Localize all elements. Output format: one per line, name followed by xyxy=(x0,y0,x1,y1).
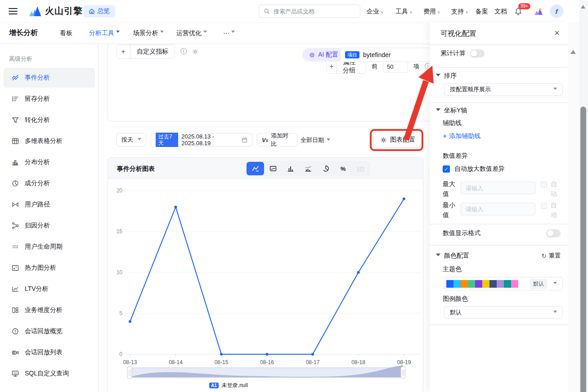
replay-overview-icon xyxy=(12,328,19,335)
theme-color-label: 主题色 xyxy=(443,265,462,273)
top-n-input[interactable] xyxy=(383,60,408,73)
project-tag: 项目 xyxy=(345,51,359,58)
area-chart-type-button[interactable] xyxy=(264,162,282,175)
menu-support[interactable]: 支持∨ xyxy=(451,8,468,16)
scrollbar-up-arrow-icon[interactable] xyxy=(581,3,585,9)
chart-legend[interactable]: A1 未登录,null xyxy=(209,382,248,389)
sidebar-item-distribution[interactable]: 分布分析 xyxy=(4,152,95,172)
sidebar-item-user-path[interactable]: 用户路径 xyxy=(4,195,95,214)
sidebar-item-event-analysis[interactable]: 事件分析 xyxy=(4,68,95,88)
tab-operation[interactable]: 运营优化 xyxy=(176,29,207,37)
scroll-up-triangle-icon[interactable] xyxy=(570,47,576,54)
chevron-down-icon xyxy=(160,31,164,35)
search-input[interactable] xyxy=(273,8,355,15)
reset-colors-button[interactable]: ↻ 重置 xyxy=(541,252,561,260)
svg-text:08-18: 08-18 xyxy=(351,359,365,365)
series-label: 未登录,null xyxy=(222,382,248,389)
menu-docs[interactable]: 文档 xyxy=(494,8,507,16)
yaxis-section-header[interactable]: 坐标Y轴 xyxy=(436,107,467,115)
line-chart-type-button[interactable] xyxy=(247,162,264,175)
max-auto-checkbox[interactable] xyxy=(541,182,547,188)
add-custom-metric-button[interactable]: + 自定义指标 xyxy=(116,45,175,59)
overview-button[interactable]: 总览 xyxy=(83,5,115,18)
bar-line-chart-type-button[interactable] xyxy=(299,162,317,175)
sidebar-item-pivot-table[interactable]: 多维表格分析 xyxy=(4,131,95,151)
all-dates-dropdown[interactable]: 全部日期 xyxy=(301,136,330,144)
pie-chart-type-button[interactable] xyxy=(317,162,334,175)
sidebar-item-sql-query[interactable]: SQL SQL自定义查询 xyxy=(4,364,95,383)
panel-header: 可视化配置 × xyxy=(430,22,568,45)
tab-dashboard[interactable]: 看板 xyxy=(60,29,72,37)
global-search[interactable] xyxy=(259,4,360,18)
scrollbar-thumb[interactable] xyxy=(580,107,586,392)
menu-tools[interactable]: 工具∨ xyxy=(395,8,413,16)
tab-analysis-tools[interactable]: 分析工具 xyxy=(89,29,120,37)
chart-card: 事件分析图表 % 123 ↻ 刷新 0510152008-1308-1408-1… xyxy=(108,157,423,392)
sidebar-item-conversion[interactable]: 转化分析 xyxy=(4,110,95,130)
page-scrollbar[interactable] xyxy=(579,0,588,392)
add-aux-line-link[interactable]: + 添加辅助线 xyxy=(443,132,480,140)
sort-order-select[interactable]: 按配置顺序展示 xyxy=(444,83,563,96)
color-section-header[interactable]: 颜色配置 ↻ 重置 xyxy=(436,252,561,260)
theme-color-swatch xyxy=(504,280,511,288)
sidebar-item-attribution[interactable]: 归因分析 xyxy=(4,216,95,236)
chart-config-button[interactable]: 图表配置 xyxy=(373,132,422,148)
tab-more[interactable]: ··· xyxy=(223,29,235,36)
gear-icon[interactable] xyxy=(192,49,198,55)
brand-name: 火山引擎 xyxy=(45,5,83,17)
event-analysis-line-chart[interactable]: 0510152008-1308-1408-1508-1608-1708-1808… xyxy=(108,179,424,380)
svg-text:08-13: 08-13 xyxy=(123,359,137,365)
theme-color-select[interactable]: 默认 xyxy=(444,277,563,290)
menu-enterprise[interactable]: 企业∨ xyxy=(367,8,384,16)
chart-type-toolbar: % 123 xyxy=(246,161,370,176)
hamburger-menu-icon[interactable] xyxy=(9,8,18,14)
sql-icon: SQL xyxy=(12,370,19,377)
legend-color-select[interactable]: 默认 xyxy=(444,306,563,319)
sidebar-item-business-dimension[interactable]: 业务维度分析 xyxy=(4,300,95,320)
user-avatar[interactable]: f xyxy=(550,4,563,18)
max-value-input[interactable] xyxy=(461,182,535,194)
visualization-config-panel: 可视化配置 × 累计计算 排序 按配置顺序展示 坐标Y轴 辅助线 + 添加辅助线… xyxy=(430,22,568,392)
auto-zoom-checkbox[interactable] xyxy=(443,165,450,173)
min-auto-checkbox[interactable] xyxy=(541,203,547,209)
notification-badge: 99+ xyxy=(518,3,530,9)
sidebar-item-retention[interactable]: 留存分析 xyxy=(4,89,95,109)
chevron-down-icon xyxy=(231,31,235,35)
brand-logo[interactable]: 火山引擎 xyxy=(29,5,83,17)
page-title: 增长分析 xyxy=(9,28,38,38)
number-format-toggle[interactable] xyxy=(546,229,561,237)
info-icon[interactable]: ⓘ xyxy=(180,48,187,56)
sidebar-item-heatmap[interactable]: 热力图分析 xyxy=(4,258,95,278)
min-auto-label: 自动 xyxy=(551,200,558,220)
bar-chart-type-button[interactable] xyxy=(282,162,299,175)
svg-text:08-14: 08-14 xyxy=(169,359,183,365)
triangle-down-icon xyxy=(436,74,440,79)
granularity-select[interactable]: 按天 xyxy=(117,133,146,147)
menu-record[interactable]: 备案 xyxy=(476,8,488,16)
project-name: bytefinder xyxy=(363,51,391,58)
sort-section-header[interactable]: 排序 xyxy=(436,72,457,80)
ai-config-button[interactable]: AI 配置 xyxy=(302,48,345,62)
sidebar-item-lifecycle[interactable]: 用户生命周期 xyxy=(4,237,95,257)
menu-billing[interactable]: 费用∨ xyxy=(423,8,440,16)
project-selector[interactable]: 项目 bytefinder xyxy=(340,48,435,62)
vs-icon: Vs xyxy=(262,137,268,143)
percent-chart-type-button[interactable]: % xyxy=(334,162,352,175)
min-value-input[interactable] xyxy=(461,203,535,215)
max-value-label: 最大值 xyxy=(443,179,456,199)
tab-scene-analysis[interactable]: 场景分析 xyxy=(133,29,164,37)
close-icon[interactable]: × xyxy=(554,28,560,38)
sidebar-item-replay-list[interactable]: 会话回放列表 xyxy=(4,343,95,362)
date-range-picker[interactable]: 过去7天 2025.08.13 - 2025.08.19 xyxy=(151,133,252,147)
theme-color-swatch xyxy=(461,280,468,288)
number-chart-type-button[interactable]: 123 xyxy=(352,162,369,175)
line-chart-icon xyxy=(12,74,19,81)
cumulative-toggle[interactable] xyxy=(470,49,485,58)
sidebar-item-composition[interactable]: 成分分析 xyxy=(4,174,95,193)
add-compare-button[interactable]: Vs 添加对比 xyxy=(257,133,297,147)
volcano-logo-icon xyxy=(29,5,41,17)
assistant-mountain-icon[interactable] xyxy=(534,7,543,16)
top-n-prefix: 前 xyxy=(372,62,377,71)
sidebar-item-replay-overview[interactable]: 会话回放概览 xyxy=(4,321,95,341)
sidebar-item-ltv[interactable]: LTV分析 xyxy=(4,279,95,299)
